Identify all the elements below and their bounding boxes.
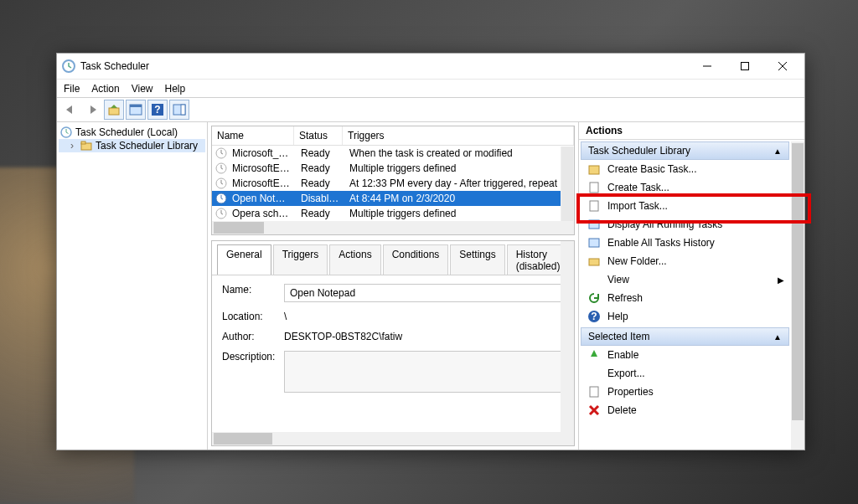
action-display-running[interactable]: Display All Running Tasks (579, 215, 791, 234)
task-row[interactable]: MicrosoftEd... Ready At 12:33 PM every d… (212, 176, 574, 191)
action-create-task[interactable]: Create Task... (579, 178, 791, 197)
task-row[interactable]: Microsoft_H... Ready When the task is cr… (212, 146, 574, 161)
action-label: Display All Running Tasks (607, 219, 722, 230)
task-status: Ready (296, 208, 344, 219)
toolbar: ? (57, 97, 804, 122)
tab-settings[interactable]: Settings (450, 244, 504, 275)
action-label: Help (607, 311, 628, 322)
scrollbar-thumb[interactable] (792, 143, 804, 420)
scrollbar-thumb[interactable] (214, 433, 272, 445)
col-header-status[interactable]: Status (294, 126, 343, 145)
actions-body: Task Scheduler Library ▲ Create Basic Ta… (579, 140, 804, 450)
tree-library-label: Task Scheduler Library (96, 140, 198, 152)
show-hide-action-pane-button[interactable] (169, 100, 189, 120)
menu-help[interactable]: Help (165, 83, 186, 95)
svg-rect-21 (590, 183, 598, 193)
action-refresh[interactable]: Refresh (579, 289, 791, 307)
task-icon (587, 181, 601, 194)
task-row[interactable]: MicrosoftEd... Ready Multiple triggers d… (212, 161, 574, 176)
details-pane: General Triggers Actions Conditions Sett… (211, 240, 575, 446)
up-button[interactable] (104, 100, 124, 120)
menu-file[interactable]: File (64, 83, 80, 95)
task-name: Microsoft_H... (227, 147, 296, 159)
properties-icon (587, 385, 601, 399)
actions-section-library[interactable]: Task Scheduler Library ▲ (581, 141, 789, 160)
svg-rect-28 (590, 387, 598, 397)
action-delete[interactable]: Delete (579, 401, 791, 419)
actions-vscrollbar[interactable] (791, 141, 804, 450)
tab-conditions[interactable]: Conditions (383, 244, 449, 275)
section-label: Task Scheduler Library (588, 145, 690, 157)
task-status: Ready (296, 162, 344, 174)
svg-rect-5 (109, 108, 119, 115)
action-help[interactable]: ? Help (579, 307, 791, 326)
action-new-folder[interactable]: New Folder... (579, 252, 791, 270)
tab-general[interactable]: General (217, 244, 271, 275)
col-header-name[interactable]: Name (212, 126, 294, 145)
scrollbar-thumb[interactable] (561, 147, 573, 221)
help-button-toolbar[interactable]: ? (147, 100, 168, 120)
refresh-icon (587, 291, 601, 305)
forward-button[interactable] (82, 100, 102, 120)
location-value: \ (284, 311, 564, 322)
folder-icon (80, 140, 92, 152)
content-area: Task Scheduler (Local) › Task Scheduler … (57, 122, 804, 450)
expand-icon[interactable]: › (70, 140, 77, 152)
task-row[interactable]: Opera sched... Ready Multiple triggers d… (212, 206, 574, 221)
action-label: Create Basic Task... (607, 163, 697, 175)
details-hscrollbar[interactable] (212, 432, 574, 445)
action-view[interactable]: View ▶ (579, 270, 791, 289)
task-list: Name Status Triggers Microsoft_H... Read… (211, 126, 575, 235)
clock-icon (60, 126, 72, 138)
titlebar: Task Scheduler (57, 54, 804, 79)
menu-view[interactable]: View (132, 83, 153, 95)
clock-icon (215, 177, 227, 189)
maximize-button[interactable] (726, 54, 763, 78)
menu-action[interactable]: Action (91, 83, 119, 95)
task-status: Disabled (296, 193, 344, 204)
task-triggers: At 12:33 PM every day - After triggered,… (344, 177, 574, 189)
blank-icon (587, 273, 601, 286)
tree-root[interactable]: Task Scheduler (Local) (59, 126, 205, 139)
enable-icon (587, 348, 601, 362)
scrollbar-thumb[interactable] (214, 222, 264, 234)
action-label: Export... (607, 368, 645, 379)
svg-text:?: ? (154, 104, 160, 116)
chevron-up-icon: ▲ (773, 147, 782, 156)
middle-pane: Name Status Triggers Microsoft_H... Read… (208, 122, 578, 450)
show-hide-console-button[interactable] (126, 100, 146, 120)
tabs: General Triggers Actions Conditions Sett… (212, 241, 574, 275)
action-create-basic-task[interactable]: Create Basic Task... (579, 160, 791, 178)
description-field[interactable] (284, 351, 564, 393)
back-button[interactable] (60, 100, 80, 120)
action-enable[interactable]: Enable (579, 346, 791, 364)
window-title: Task Scheduler (80, 60, 688, 72)
task-list-vscrollbar[interactable] (561, 147, 574, 221)
details-vscrollbar[interactable] (561, 241, 574, 432)
actions-section-selected[interactable]: Selected Item ▲ (581, 327, 789, 346)
menubar: File Action View Help (57, 79, 804, 97)
name-field[interactable] (284, 284, 564, 302)
task-list-body: Microsoft_H... Ready When the task is cr… (212, 146, 574, 221)
tree-pane: Task Scheduler (Local) › Task Scheduler … (57, 122, 208, 450)
task-row-selected[interactable]: Open Notep... Disabled At 8:44 PM on 2/3… (212, 191, 574, 206)
name-label: Name: (222, 284, 284, 296)
action-export[interactable]: Export... (579, 364, 791, 383)
actions-pane-title: Actions (579, 122, 804, 140)
action-enable-history[interactable]: Enable All Tasks History (579, 234, 791, 252)
minimize-button[interactable] (688, 54, 726, 78)
action-import-task[interactable]: Import Task... (579, 197, 791, 215)
tab-actions[interactable]: Actions (329, 244, 380, 275)
task-list-hscrollbar[interactable] (212, 221, 574, 234)
tree-library[interactable]: › Task Scheduler Library (59, 139, 205, 152)
chevron-up-icon: ▲ (773, 332, 782, 342)
action-properties[interactable]: Properties (579, 383, 791, 401)
task-name: Opera sched... (227, 208, 296, 219)
close-button[interactable] (763, 54, 801, 78)
tab-triggers[interactable]: Triggers (273, 244, 328, 275)
task-status: Ready (296, 147, 344, 159)
actions-pane: Actions Task Scheduler Library ▲ Create … (578, 122, 804, 450)
location-label: Location: (222, 311, 284, 322)
col-header-triggers[interactable]: Triggers (343, 126, 574, 145)
task-triggers: When the task is created or modified (344, 147, 574, 159)
